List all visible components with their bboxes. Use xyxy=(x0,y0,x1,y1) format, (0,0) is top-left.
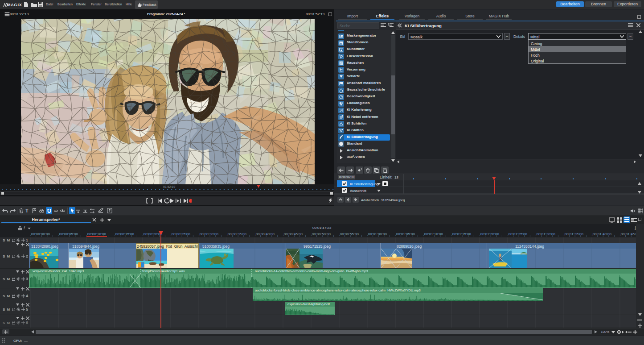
svg-text:01:52:19: 01:52:19 xyxy=(163,185,175,188)
